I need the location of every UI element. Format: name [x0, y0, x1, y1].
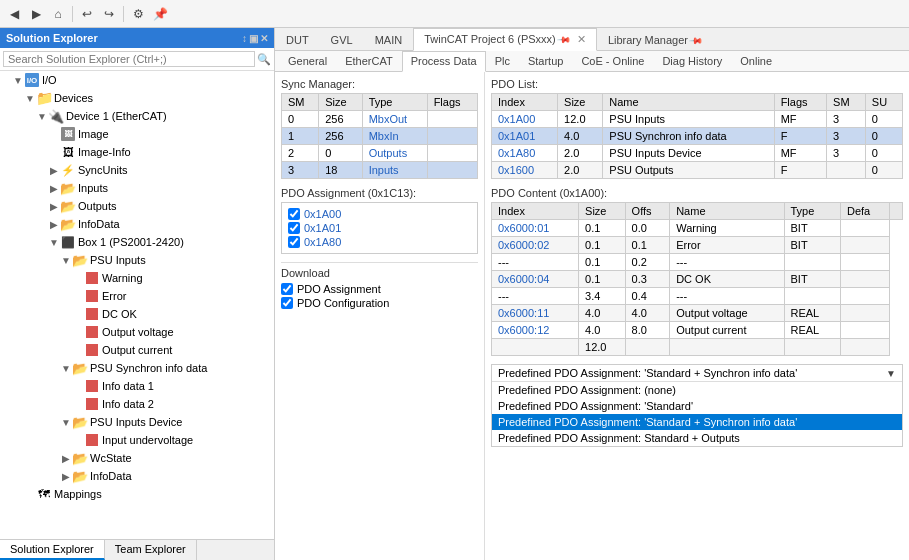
tree-item-devices[interactable]: ▼ 📁 Devices	[0, 89, 274, 107]
pdo-content-row[interactable]: 0x6000:020.10.1ErrorBIT	[492, 237, 903, 254]
back-button[interactable]: ◀	[4, 4, 24, 24]
sync-manager-row[interactable]: 20Outputs	[282, 145, 478, 162]
tab-close-twincat[interactable]: ✕	[577, 33, 586, 45]
expand-psu-inputs[interactable]: ▼	[60, 255, 72, 266]
download-item[interactable]: PDO Assignment	[281, 282, 478, 296]
close-icon[interactable]: ✕	[260, 33, 268, 44]
undo-button[interactable]: ↩	[77, 4, 97, 24]
tree-item-outputs[interactable]: ▶ 📂 Outputs	[0, 197, 274, 215]
pdo-list-row[interactable]: 0x1A0012.0PSU InputsMF30	[492, 111, 903, 128]
expand-psu-inputs-dev[interactable]: ▼	[60, 417, 72, 428]
expand-device1[interactable]: ▼	[36, 111, 48, 122]
expand-infodata-dev[interactable]: ▶	[48, 219, 60, 230]
home-button[interactable]: ⌂	[48, 4, 68, 24]
pdo-assign-checkbox[interactable]	[288, 222, 300, 234]
expand-io[interactable]: ▼	[12, 75, 24, 86]
pdo-list-row[interactable]: 0x1A014.0PSU Synchron info dataF30	[492, 128, 903, 145]
dropdown-option[interactable]: Predefined PDO Assignment: 'Standard'	[492, 398, 902, 414]
dropdown-option[interactable]: Predefined PDO Assignment: Standard + Ou…	[492, 430, 902, 446]
pdo-list-row[interactable]: 0x1A802.0PSU Inputs DeviceMF30	[492, 145, 903, 162]
pdo-content-row[interactable]: 0x6000:040.10.3DC OKBIT	[492, 271, 903, 288]
expand-devices[interactable]: ▼	[24, 93, 36, 104]
dropdown-main[interactable]: Predefined PDO Assignment: 'Standard + S…	[492, 365, 902, 382]
expand-psu-sync[interactable]: ▼	[60, 363, 72, 374]
download-checkbox[interactable]	[281, 297, 293, 309]
tree-item-infodata1[interactable]: Info data 1	[0, 377, 274, 395]
inner-tab-coe-online[interactable]: CoE - Online	[572, 51, 653, 71]
tree-item-device1[interactable]: ▼ 🔌 Device 1 (EtherCAT)	[0, 107, 274, 125]
sync-manager-row[interactable]: 1256MbxIn	[282, 128, 478, 145]
expand-infodata-box[interactable]: ▶	[60, 471, 72, 482]
tree-item-mappings[interactable]: 🗺 Mappings	[0, 485, 274, 503]
redo-button[interactable]: ↪	[99, 4, 119, 24]
sync-manager-row[interactable]: 0256MbxOut	[282, 111, 478, 128]
tab-team-explorer[interactable]: Team Explorer	[105, 540, 197, 560]
dcok-icon	[84, 306, 100, 322]
pdo-assign-item[interactable]: 0x1A80	[286, 235, 473, 249]
expand-box1[interactable]: ▼	[48, 237, 60, 248]
tree-item-infodata2[interactable]: Info data 2	[0, 395, 274, 413]
tab-solution-explorer[interactable]: Solution Explorer	[0, 540, 105, 560]
tree-item-imageinfo[interactable]: 🖼 Image-Info	[0, 143, 274, 161]
pdo-content-row[interactable]: ---3.40.4---	[492, 288, 903, 305]
sync-manager-row[interactable]: 318Inputs	[282, 162, 478, 179]
tab-main[interactable]: MAIN	[364, 29, 414, 50]
tab-gvl[interactable]: GVL	[320, 29, 364, 50]
settings-button[interactable]: ⚙	[128, 4, 148, 24]
forward-button[interactable]: ▶	[26, 4, 46, 24]
tab-library-manager[interactable]: Library Manager 📌	[597, 29, 713, 50]
tab-dut[interactable]: DUT	[275, 29, 320, 50]
tree-item-wcstate[interactable]: ▶ 📂 WcState	[0, 449, 274, 467]
pdo-assign-item[interactable]: 0x1A01	[286, 221, 473, 235]
expand-wcstate[interactable]: ▶	[60, 453, 72, 464]
tree-item-psu-inputs[interactable]: ▼ 📂 PSU Inputs	[0, 251, 274, 269]
inner-tab-diag-history[interactable]: Diag History	[653, 51, 731, 71]
tree-label-infodata1: Info data 1	[102, 380, 154, 392]
tree-item-warning[interactable]: Warning	[0, 269, 274, 287]
tree-item-syncunits[interactable]: ▶ ⚡ SyncUnits	[0, 161, 274, 179]
tree-item-outcur[interactable]: Output current	[0, 341, 274, 359]
tree-item-io[interactable]: ▼ I/O I/O	[0, 71, 274, 89]
pdo-content-row[interactable]: 0x6000:114.04.0Output voltageREAL	[492, 305, 903, 322]
tree-item-psu-inputs-dev[interactable]: ▼ 📂 PSU Inputs Device	[0, 413, 274, 431]
tree-item-infodata-box[interactable]: ▶ 📂 InfoData	[0, 467, 274, 485]
tree-item-psu-sync[interactable]: ▼ 📂 PSU Synchron info data	[0, 359, 274, 377]
download-item[interactable]: PDO Configuration	[281, 296, 478, 310]
tree-item-infodata-dev[interactable]: ▶ 📂 InfoData	[0, 215, 274, 233]
expand-syncunits[interactable]: ▶	[48, 165, 60, 176]
pdo-list-row[interactable]: 0x16002.0PSU OutputsF0	[492, 162, 903, 179]
tree-item-outvol[interactable]: Output voltage	[0, 323, 274, 341]
tree-item-image[interactable]: 🖼 Image	[0, 125, 274, 143]
pdo-list-scroll[interactable]: Index Size Name Flags SM SU 0x1A0012.0PS…	[491, 93, 903, 179]
pdo-content-scroll[interactable]: Index Size Offs Name Type Defa 0x6000:01…	[491, 202, 903, 356]
tree-item-input-under[interactable]: Input undervoltage	[0, 431, 274, 449]
tree-item-box1[interactable]: ▼ ⬛ Box 1 (PS2001-2420)	[0, 233, 274, 251]
inner-tab-general[interactable]: General	[279, 51, 336, 71]
tree-item-error[interactable]: Error	[0, 287, 274, 305]
tab-twincat-project[interactable]: TwinCAT Project 6 (PSxxx) 📌 ✕	[413, 28, 597, 51]
expand-inputs[interactable]: ▶	[48, 183, 60, 194]
download-checkbox[interactable]	[281, 283, 293, 295]
pdo-assign-checkbox[interactable]	[288, 208, 300, 220]
search-input[interactable]	[3, 51, 255, 67]
expand-outputs[interactable]: ▶	[48, 201, 60, 212]
dropdown-option[interactable]: Predefined PDO Assignment: 'Standard + S…	[492, 414, 902, 430]
dropdown-option[interactable]: Predefined PDO Assignment: (none)	[492, 382, 902, 398]
pdo-assign-item[interactable]: 0x1A00	[286, 207, 473, 221]
inner-tab-online[interactable]: Online	[731, 51, 781, 71]
pin-icon[interactable]: ↕	[242, 33, 247, 44]
inner-tab-startup[interactable]: Startup	[519, 51, 572, 71]
pdo-content-row[interactable]: 0x6000:010.10.0WarningBIT	[492, 220, 903, 237]
pin-button[interactable]: 📌	[150, 4, 170, 24]
pdo-assign-checkbox[interactable]	[288, 236, 300, 248]
pdo-content-row[interactable]: 0x6000:124.08.0Output currentREAL	[492, 322, 903, 339]
pdo-content-row[interactable]: ---0.10.2---	[492, 254, 903, 271]
inner-tab-ethercat[interactable]: EtherCAT	[336, 51, 401, 71]
tree-item-dcok[interactable]: DC OK	[0, 305, 274, 323]
inner-tab-plc[interactable]: Plc	[486, 51, 519, 71]
sync-manager-table-scroll[interactable]: SM Size Type Flags 0256MbxOut1256MbxIn20…	[281, 93, 478, 179]
pdo-content-row[interactable]: 12.0	[492, 339, 903, 356]
tree-item-inputs[interactable]: ▶ 📂 Inputs	[0, 179, 274, 197]
inner-tab-process-data[interactable]: Process Data	[402, 51, 486, 72]
dock-icon[interactable]: ▣	[249, 33, 258, 44]
